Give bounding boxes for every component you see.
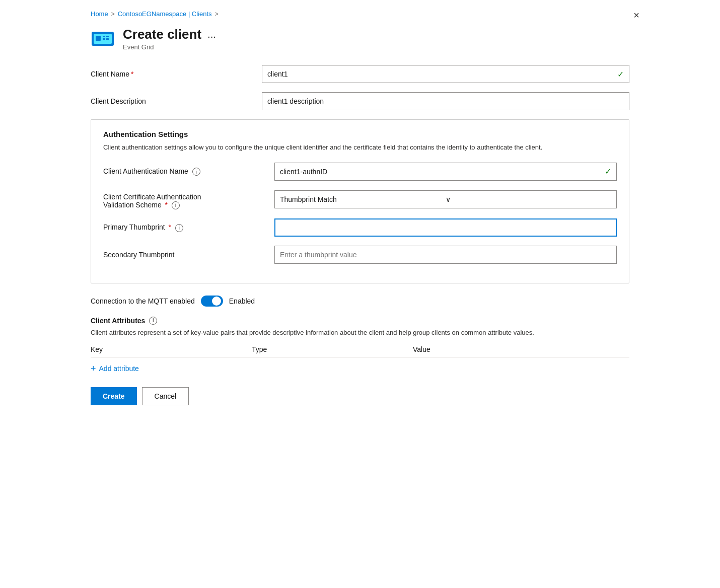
secondary-thumbprint-input[interactable] <box>274 246 617 264</box>
cert-scheme-row: Client Certificate Authentication Valida… <box>103 190 617 209</box>
primary-thumbprint-input[interactable] <box>274 218 617 237</box>
footer-buttons: Create Cancel <box>91 387 629 405</box>
add-attribute-label: Add attribute <box>99 364 139 373</box>
primary-thumbprint-info-icon[interactable]: i <box>175 224 183 232</box>
svg-rect-6 <box>106 38 109 40</box>
add-attribute-button[interactable]: + Add attribute <box>91 362 139 375</box>
auth-settings-title: Authentication Settings <box>103 130 617 138</box>
mqtt-label: Connection to the MQTT enabled <box>91 297 195 305</box>
attrs-col-type: Type <box>252 345 413 353</box>
cert-scheme-value: Thumbprint Match <box>280 195 446 203</box>
auth-name-input-wrapper[interactable]: ✓ <box>274 163 617 181</box>
cert-scheme-required: * <box>165 201 168 209</box>
auth-settings-desc: Client authentication settings allow you… <box>103 142 617 153</box>
mqtt-toggle-thumb <box>212 297 221 306</box>
add-icon: + <box>91 364 96 373</box>
client-name-required: * <box>131 70 133 78</box>
cancel-button[interactable]: Cancel <box>142 387 189 405</box>
breadcrumb-separator-1: > <box>111 11 115 18</box>
mqtt-toggle-track[interactable] <box>201 296 223 307</box>
secondary-thumbprint-label: Secondary Thumbprint <box>103 251 274 259</box>
attrs-table-header: Key Type Value <box>91 345 629 358</box>
primary-thumbprint-control <box>274 218 617 237</box>
breadcrumb-namespace[interactable]: ContosoEGNamespace | Clients <box>118 10 212 18</box>
cert-scheme-dropdown-icon: ∨ <box>446 195 611 203</box>
svg-rect-4 <box>103 38 105 40</box>
create-button[interactable]: Create <box>91 387 137 405</box>
secondary-thumbprint-row: Secondary Thumbprint <box>103 246 617 264</box>
page-header: Create client Event Grid ... <box>91 27 629 51</box>
client-description-row: Client Description <box>91 92 629 110</box>
client-attributes-desc: Client attributes represent a set of key… <box>91 328 629 338</box>
client-name-label: Client Name* <box>91 70 262 78</box>
auth-name-row: Client Authentication Name i ✓ <box>103 163 617 181</box>
cert-scheme-label: Client Certificate Authentication Valida… <box>103 190 274 209</box>
svg-rect-2 <box>96 36 101 41</box>
cert-scheme-select[interactable]: Thumbprint Match ∨ <box>274 190 617 208</box>
client-attributes-info-icon[interactable]: i <box>149 317 157 325</box>
svg-rect-5 <box>106 36 109 37</box>
client-name-check-icon: ✓ <box>617 69 624 79</box>
breadcrumb-separator-2: > <box>215 11 219 18</box>
cert-scheme-control: Thumbprint Match ∨ <box>274 190 617 208</box>
auth-name-input[interactable] <box>280 168 605 176</box>
client-name-input[interactable] <box>267 70 617 78</box>
attrs-col-key: Key <box>91 345 252 353</box>
client-description-input[interactable] <box>262 92 629 110</box>
close-button[interactable]: × <box>633 10 639 20</box>
primary-thumbprint-required: * <box>169 223 171 231</box>
mqtt-row: Connection to the MQTT enabled Enabled <box>91 296 629 307</box>
client-attributes-title: Client Attributes i <box>91 317 629 325</box>
page-title: Create client <box>123 27 201 42</box>
page-subtitle: Event Grid <box>123 43 201 51</box>
attrs-col-value: Value <box>413 345 629 353</box>
client-name-row: Client Name* ✓ <box>91 65 629 83</box>
auth-name-control: ✓ <box>274 163 617 181</box>
cert-scheme-info-icon[interactable]: i <box>172 201 180 209</box>
auth-name-label: Client Authentication Name i <box>103 167 274 176</box>
client-attributes-section: Client Attributes i Client attributes re… <box>91 317 629 376</box>
auth-settings-section: Authentication Settings Client authentic… <box>91 119 629 283</box>
secondary-thumbprint-control <box>274 246 617 264</box>
primary-thumbprint-label: Primary Thumbprint * i <box>103 223 274 232</box>
auth-name-info-icon[interactable]: i <box>192 168 200 176</box>
client-name-input-wrapper[interactable]: ✓ <box>262 65 629 83</box>
breadcrumb: Home > ContosoEGNamespace | Clients > <box>91 10 629 18</box>
header-ellipsis-menu[interactable]: ... <box>207 29 216 40</box>
mqtt-status-label: Enabled <box>229 297 255 305</box>
primary-thumbprint-row: Primary Thumbprint * i <box>103 218 617 237</box>
client-description-label: Client Description <box>91 97 262 105</box>
client-description-control <box>262 92 629 110</box>
mqtt-toggle[interactable] <box>201 296 223 307</box>
client-name-control: ✓ <box>262 65 629 83</box>
breadcrumb-home[interactable]: Home <box>91 10 108 18</box>
auth-name-check-icon: ✓ <box>605 167 611 176</box>
svg-rect-3 <box>103 36 105 37</box>
event-grid-icon <box>91 27 115 51</box>
